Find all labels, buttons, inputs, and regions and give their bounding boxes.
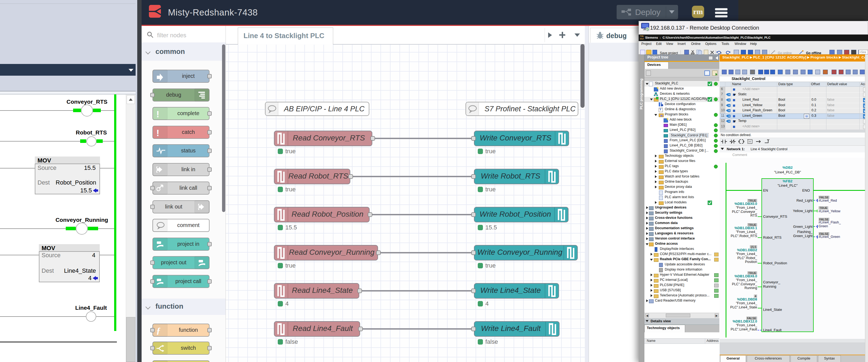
svg-text:??: ?? (749, 141, 751, 143)
